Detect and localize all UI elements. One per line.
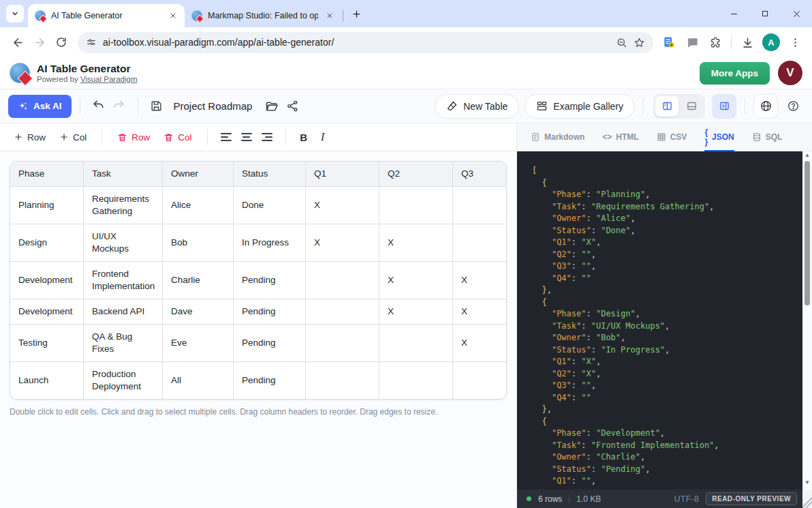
table-column-header[interactable]: Q3	[453, 162, 506, 187]
table-cell[interactable]: Pending	[234, 299, 306, 325]
table-cell[interactable]: Requirements Gathering	[84, 187, 163, 224]
user-avatar[interactable]: V	[778, 61, 802, 85]
export-tab-markdown[interactable]: Markdown	[531, 123, 584, 151]
back-button[interactable]	[7, 31, 29, 53]
table-cell[interactable]: X	[306, 187, 379, 224]
browser-tab[interactable]: Markmap Studio: Failed to oper	[185, 4, 341, 27]
forward-button[interactable]	[29, 31, 50, 53]
new-table-button[interactable]: New Table	[435, 94, 519, 119]
table-cell[interactable]: Eve	[163, 325, 234, 362]
table-cell[interactable]: In Progress	[234, 224, 306, 262]
code-scrollbar[interactable]: ▲ ▼	[802, 151, 812, 508]
table-cell[interactable]: Done	[234, 187, 306, 224]
ask-ai-button[interactable]: Ask AI	[8, 95, 72, 118]
table-cell[interactable]: X	[379, 262, 453, 299]
close-window-button[interactable]	[781, 0, 812, 27]
collapse-right-panel-button[interactable]	[712, 94, 736, 119]
table-cell[interactable]	[453, 362, 506, 399]
redo-button[interactable]	[109, 96, 129, 117]
align-right-button[interactable]	[257, 127, 277, 147]
table-cell[interactable]: Pending	[234, 325, 306, 362]
browser-profile-avatar[interactable]: A	[762, 33, 780, 51]
scroll-up-icon[interactable]: ▲	[805, 151, 810, 160]
table-column-header[interactable]: Phase	[10, 162, 84, 187]
table-cell[interactable]: Pending	[234, 262, 306, 299]
split-vertical-toggle[interactable]	[655, 96, 678, 117]
minimize-button[interactable]	[718, 0, 749, 27]
table-cell[interactable]: Design	[10, 224, 84, 262]
scroll-down-icon[interactable]: ▼	[802, 479, 812, 487]
italic-button[interactable]: I	[313, 131, 332, 143]
table-cell[interactable]: Charlie	[163, 262, 234, 299]
table-cell[interactable]: Testing	[10, 325, 84, 362]
table-cell[interactable]	[453, 187, 506, 224]
comment-bubble-icon[interactable]	[682, 32, 702, 53]
delete-row-button[interactable]: Row	[110, 127, 157, 147]
table-cell[interactable]: X	[453, 262, 506, 299]
language-button[interactable]	[753, 94, 778, 119]
site-settings-icon[interactable]	[86, 37, 97, 48]
export-tab-json[interactable]: { }JSON	[704, 123, 734, 151]
delete-col-button[interactable]: Col	[157, 127, 198, 147]
add-row-button[interactable]: Row	[7, 127, 52, 147]
table-cell[interactable]: Bob	[163, 224, 234, 262]
table-cell[interactable]	[379, 362, 453, 399]
reading-mode-icon[interactable]	[659, 32, 679, 53]
align-left-button[interactable]	[216, 127, 236, 147]
document-title[interactable]: Project Roadmap	[174, 100, 253, 112]
table-cell[interactable]: All	[163, 362, 234, 399]
table-column-header[interactable]: Task	[84, 162, 163, 187]
undo-button[interactable]	[89, 96, 109, 117]
table-column-header[interactable]: Q2	[379, 162, 453, 187]
table-cell[interactable]	[453, 224, 506, 262]
example-gallery-button[interactable]: Example Gallery	[525, 94, 635, 119]
tab-close-icon[interactable]	[324, 10, 336, 22]
tab-close-icon[interactable]	[167, 10, 179, 22]
url-text[interactable]: ai-toolbox.visual-paradigm.com/app/ai-ta…	[103, 37, 610, 48]
table-column-header[interactable]: Status	[234, 162, 306, 187]
table-cell[interactable]: Dave	[163, 299, 234, 325]
bold-button[interactable]: B	[294, 132, 313, 143]
table-cell[interactable]	[306, 362, 379, 399]
tab-search-button[interactable]	[6, 5, 24, 23]
more-apps-button[interactable]: More Apps	[700, 62, 770, 85]
maximize-button[interactable]	[749, 0, 781, 27]
new-tab-button[interactable]	[347, 5, 365, 23]
export-tab-sql[interactable]: SQL	[752, 123, 783, 151]
browser-menu-icon[interactable]	[785, 32, 805, 53]
table-cell[interactable]: Alice	[163, 187, 234, 224]
table-cell[interactable]: Development	[10, 299, 84, 325]
table-cell[interactable]: Backend API	[84, 299, 163, 325]
table-cell[interactable]: X	[453, 325, 506, 362]
share-button[interactable]	[282, 96, 302, 117]
split-horizontal-toggle[interactable]	[680, 96, 703, 117]
export-tab-html[interactable]: <>HTML	[602, 123, 638, 151]
table-cell[interactable]	[306, 262, 379, 299]
table-cell[interactable]	[379, 187, 453, 224]
table-cell[interactable]: Production Deployment	[84, 362, 163, 399]
table-cell[interactable]: X	[379, 224, 453, 262]
help-button[interactable]	[782, 95, 804, 117]
table-cell[interactable]: Pending	[234, 362, 306, 399]
table-cell[interactable]: Planning	[10, 187, 84, 224]
code-content[interactable]: [ { "Phase": "Planning", "Task": "Requir…	[517, 151, 802, 490]
save-button[interactable]	[146, 96, 167, 117]
add-col-button[interactable]: Col	[52, 127, 93, 147]
table-cell[interactable]: Launch	[10, 362, 84, 399]
scrollbar-thumb[interactable]	[805, 161, 810, 305]
table-column-header[interactable]: Q1	[306, 162, 379, 187]
table-cell[interactable]: Frontend Implementation	[84, 262, 163, 299]
zoom-out-icon[interactable]	[616, 37, 627, 48]
browser-tab[interactable]: AI Table Generator	[28, 4, 185, 27]
table-cell[interactable]: QA & Bug Fixes	[84, 325, 163, 362]
bookmark-star-icon[interactable]	[634, 37, 645, 48]
resize-grip[interactable]	[802, 490, 812, 508]
table-cell[interactable]	[306, 325, 379, 362]
table-cell[interactable]	[379, 325, 453, 362]
table-cell[interactable]: X	[379, 299, 453, 325]
extensions-puzzle-icon[interactable]	[705, 32, 725, 53]
reload-button[interactable]	[50, 31, 72, 53]
table-cell[interactable]: X	[306, 224, 379, 262]
export-tab-csv[interactable]: CSV	[657, 123, 687, 151]
downloads-icon[interactable]	[737, 32, 758, 53]
